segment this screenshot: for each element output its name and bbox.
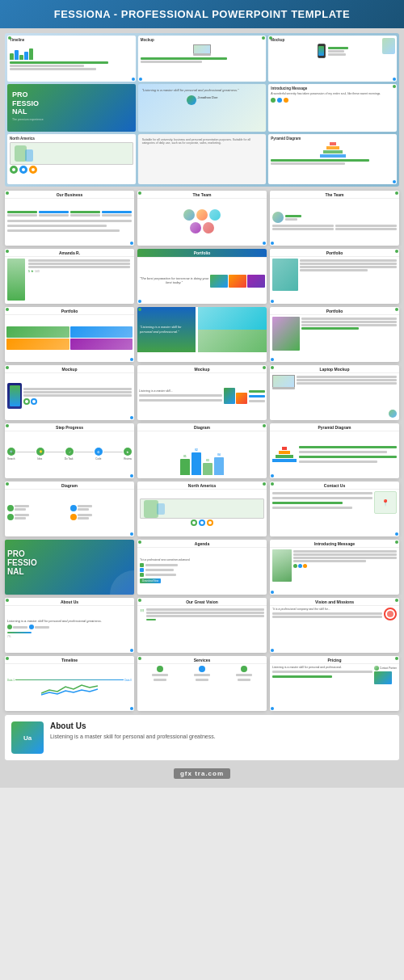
- slide-portfolio-4: "Listening is a master skill for persona…: [137, 307, 267, 362]
- slide-pyramid-2: Pyramid Diagram: [270, 423, 399, 478]
- slide-portfolio-1: Portfolio "The best preparation for tomo…: [137, 249, 267, 304]
- about-logo: Ua: [11, 721, 44, 754]
- banner-slide-pro: PROFESSIONAL The premium experience: [7, 84, 136, 132]
- page-title: FESSIONA - PROFESSIONAL POWERPOINT TEMPL…: [54, 8, 351, 20]
- slide-amanda: Amanda R. 5 ★ 143: [5, 249, 134, 304]
- slide-team-1: The Team: [137, 191, 267, 246]
- slide-agenda: Agenda "It is a professional ness someti…: [137, 540, 267, 595]
- slide-north-america: North America: [137, 482, 267, 536]
- slide-missions: Vision and Missions "it is a professiona…: [270, 598, 399, 653]
- about-section: Ua About Us Listening is a master skill …: [5, 715, 399, 760]
- slide-contact: Contact Us 📍: [270, 482, 399, 536]
- slide-vision: Our Great Vision ": [137, 598, 267, 653]
- slide-mockup-2: Mockup: [5, 365, 134, 420]
- slide-team-2: The Team: [270, 191, 399, 246]
- slide-portfolio-3: Portfolio: [5, 307, 134, 362]
- slide-diagram-2: Diagram: [5, 482, 134, 536]
- banner-slide-pyramid: Pyramid Diagram: [268, 134, 397, 184]
- row-11: About Us Listening is a master skill for…: [5, 598, 399, 653]
- banner-slide-timeline: Timeline: [7, 36, 136, 82]
- slide-pricing: Pricing Listening is a master skill for …: [270, 656, 399, 711]
- slide-portfolio-2: Portfolio: [270, 249, 399, 304]
- banner-slide-mockup-phone: Mockup: [268, 36, 397, 82]
- about-title: About Us: [50, 721, 393, 730]
- row-5: Amanda R. 5 ★ 143: [5, 249, 399, 304]
- row-6: Portfolio "Listening is a master skill f…: [5, 307, 399, 362]
- slide-our-business: Our Business: [5, 191, 134, 246]
- banner-slide-intro: Introducing Message A wonderful serenity…: [268, 84, 397, 132]
- slide-mockup-3: Mockup Listening is a master skill...: [137, 365, 267, 420]
- slide-laptop-2: Laptop Mockup: [270, 365, 399, 420]
- banner-slide-blank2: Suitable for all university, business an…: [138, 134, 267, 184]
- banner-slide-northamerica: North America: [7, 134, 136, 184]
- row-8: Step Progress 🔍 💡 ✓ ⚙ ★ Search: [5, 423, 399, 478]
- about-description: Listening is a master skill for personal…: [50, 733, 393, 741]
- banner-slide-blank: "Listening is a master skill for persona…: [138, 84, 267, 132]
- watermark-area: gfx tra.com: [5, 764, 399, 783]
- row-4: Our Business: [5, 191, 399, 246]
- slide-portfolio-5: Portfolio: [270, 307, 399, 362]
- main-content: Timeline Mockup: [0, 28, 404, 788]
- slide-intro-2: Introducing Message: [270, 540, 399, 595]
- row-9: Diagram: [5, 482, 399, 536]
- slide-about-us: About Us Listening is a master skill for…: [5, 598, 134, 653]
- row-12: Timeline Data 1 Data II Services: [5, 656, 399, 711]
- slide-timeline-2: Timeline Data 1 Data II: [5, 656, 134, 711]
- watermark-badge: gfx tra.com: [174, 768, 230, 779]
- about-text-block: About Us Listening is a master skill for…: [50, 721, 393, 741]
- slide-diagram-1: Diagram 01 02 03: [137, 423, 267, 478]
- banner-composite: Timeline Mockup: [5, 33, 399, 187]
- slide-step-progress: Step Progress 🔍 💡 ✓ ⚙ ★ Search: [5, 423, 134, 478]
- row-7: Mockup: [5, 365, 399, 420]
- slides-layout: Our Business: [5, 191, 399, 711]
- banner-slide-laptop: Mockup: [138, 36, 267, 82]
- page-header: FESSIONA - PROFESSIONAL POWERPOINT TEMPL…: [0, 0, 404, 28]
- row-10: PROFESSIONAL Agenda "It is a professiona…: [5, 540, 399, 595]
- slide-pro-cover-2: PROFESSIONAL: [5, 540, 134, 595]
- slide-services: Services: [137, 656, 267, 711]
